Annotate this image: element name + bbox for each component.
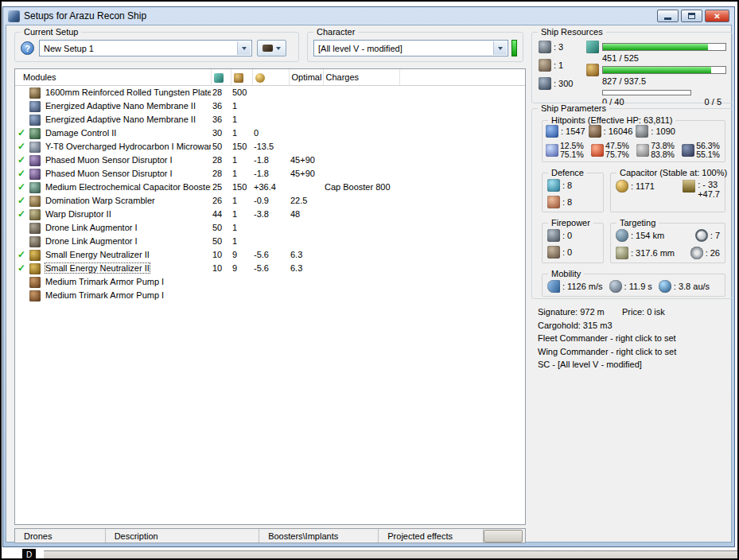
module-name: Energized Adaptive Nano Membrane II	[45, 115, 196, 124]
modules-table[interactable]: Modules Optimal Charges 1600mm Reinforce…	[14, 68, 526, 525]
cpu-column-header	[211, 69, 231, 86]
module-icon	[29, 196, 41, 207]
module-check: ✓	[15, 140, 28, 154]
module-cpu: 10	[211, 262, 231, 275]
capacitor-column-header	[252, 69, 289, 86]
module-row[interactable]: 1600mm Reinforced Rolled Tungsten Plates…	[15, 86, 525, 100]
module-charges	[323, 99, 399, 113]
title-bar[interactable]: Setups for Arazu Recon Ship ✕	[6, 7, 732, 25]
module-row[interactable]: Medium Trimark Armor Pump I	[15, 275, 525, 289]
module-cpu: 36	[211, 99, 231, 113]
help-button[interactable]: ?	[21, 41, 34, 55]
chevron-down-icon[interactable]	[237, 41, 251, 55]
chevron-down-icon[interactable]	[493, 41, 507, 55]
module-row[interactable]: Drone Link Augmentor I 50 1	[15, 235, 525, 248]
module-row[interactable]: Drone Link Augmentor I 50 1	[15, 221, 525, 235]
module-optimal: 45+90	[289, 154, 323, 167]
module-charges	[323, 194, 399, 208]
close-icon: ✕	[714, 12, 720, 21]
module-row[interactable]: Energized Adaptive Nano Membrane II 36 1	[15, 113, 525, 126]
module-row[interactable]: ✓ Warp Disruptor II 44 1 -3.8 48	[15, 208, 525, 221]
max-targets-icon	[695, 229, 708, 242]
taskbar-item-d[interactable]: D	[22, 549, 36, 560]
armor-icon	[589, 125, 601, 138]
module-row[interactable]: ✓ Phased Muon Sensor Disruptor I 28 1 -1…	[15, 167, 525, 181]
capacitor-delta-icon	[683, 180, 695, 192]
filler-column-header	[399, 69, 525, 86]
module-cpu	[211, 289, 231, 302]
module-row[interactable]: ✓ Phased Muon Sensor Disruptor I 28 1 -1…	[15, 154, 525, 167]
close-button[interactable]: ✕	[705, 10, 729, 22]
tab-projected-effects[interactable]: Projected effects	[379, 529, 483, 542]
module-row[interactable]: ✓ Damage Control II 30 1 0	[15, 126, 525, 140]
module-pg: 1	[231, 208, 252, 221]
module-check	[15, 86, 28, 100]
module-cap	[252, 235, 289, 248]
module-cap: +36.4	[252, 181, 289, 194]
module-row[interactable]: ✓ Small Energy Neutralizer II 10 9 -5.6 …	[15, 262, 525, 275]
module-row[interactable]: Medium Trimark Armor Pump I	[15, 289, 525, 302]
capacitor-label: Capacitor (Stable at: 100%)	[616, 168, 730, 177]
module-row[interactable]: ✓ Medium Electrochemical Capacitor Boost…	[15, 181, 525, 194]
module-row[interactable]: ✓ Domination Warp Scrambler 26 1 -0.9 22…	[15, 194, 525, 208]
module-charges	[323, 86, 399, 100]
minimize-button[interactable]	[657, 10, 679, 22]
module-check	[15, 275, 28, 289]
mobility-label: Mobility	[548, 269, 584, 278]
disabled-button[interactable]	[484, 530, 523, 542]
module-cap: 0	[252, 126, 289, 140]
module-check: ✓	[15, 248, 28, 262]
cpu-icon	[214, 73, 224, 83]
module-icon	[29, 223, 41, 234]
module-optimal	[289, 99, 323, 113]
module-cap: -5.6	[252, 262, 289, 275]
capacitor-icon	[255, 73, 265, 83]
scan-resolution-icon	[616, 247, 628, 259]
setup-tools-button[interactable]	[257, 40, 286, 56]
module-pg: 1	[231, 235, 252, 248]
module-row[interactable]: Energized Adaptive Nano Membrane II 36 1	[15, 99, 525, 113]
hull-hp: : 1090	[651, 126, 675, 136]
module-charges	[323, 126, 399, 140]
module-check: ✓	[15, 126, 28, 140]
module-optimal	[289, 235, 323, 248]
sensor-strength-icon	[690, 247, 703, 259]
launcher-dps: : 0	[562, 247, 572, 257]
current-setup-group: Current Setup ? New Setup 1	[14, 32, 299, 62]
module-name: Drone Link Augmentor I	[45, 236, 138, 246]
tab-boosters-implants[interactable]: Boosters\Implants	[259, 529, 379, 542]
turret-hardpoints: : 3	[554, 42, 563, 52]
module-name: Y-T8 Overcharged Hydrocarbon I Microwar.…	[45, 142, 211, 151]
launcher-hardpoints-icon	[539, 59, 551, 72]
module-pg: 1	[231, 221, 252, 235]
module-optimal	[289, 289, 323, 302]
wing-commander-text[interactable]: Wing Commander - right click to set	[538, 345, 734, 359]
max-velocity: : 1126 m/s	[562, 282, 603, 291]
eft-window: Setups for Arazu Recon Ship ✕ Current Se…	[2, 6, 735, 547]
module-name: Drone Link Augmentor I	[45, 223, 138, 232]
module-cpu: 50	[211, 221, 231, 235]
fleet-commander-text[interactable]: Fleet Commander - right click to set	[538, 332, 734, 345]
hitpoints-box: Hitpoints (Effective HP: 63,811) : 1547 …	[542, 120, 725, 162]
background-window-fragment	[44, 550, 737, 560]
tab-description[interactable]: Description	[106, 529, 260, 542]
max-targets: : 7	[710, 231, 720, 240]
module-optimal	[289, 126, 323, 140]
current-setup-dropdown[interactable]: New Setup 1	[39, 40, 252, 56]
module-row[interactable]: ✓ Y-T8 Overcharged Hydrocarbon I Microwa…	[15, 140, 525, 154]
module-name: Small Energy Neutralizer II	[45, 250, 150, 259]
capacitor-recharge: +47.7	[698, 189, 720, 199]
maximize-button[interactable]	[681, 10, 702, 22]
module-cpu: 25	[211, 181, 231, 194]
tab-drones[interactable]: Drones	[15, 529, 106, 542]
module-check	[15, 235, 28, 248]
module-cap: -13.5	[252, 140, 289, 154]
armor-repair-icon	[547, 196, 560, 208]
targeting-range-icon	[616, 229, 628, 242]
module-pg: 150	[231, 140, 252, 154]
character-dropdown[interactable]: [All level V - modified]	[313, 40, 508, 56]
character-skill-indicator	[511, 40, 517, 56]
shield-recharge: : 8	[562, 181, 572, 190]
module-row[interactable]: ✓ Small Energy Neutralizer II 10 9 -5.6 …	[15, 248, 525, 262]
targeting-box: Targeting : 154 km : 7 : 317.6 mm : 26	[610, 223, 725, 263]
